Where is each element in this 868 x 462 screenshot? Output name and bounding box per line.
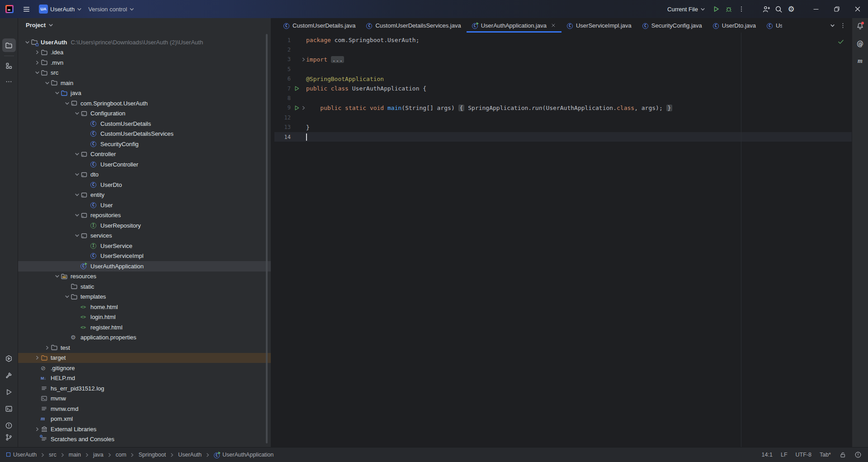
tree-item-login-html[interactable]: <>login.html [18, 312, 271, 323]
chevron-expanded-icon[interactable] [24, 40, 31, 45]
caret-position-widget[interactable]: 14:1 [762, 452, 773, 458]
tree-item-customuserdetails[interactable]: CCustomUserDetails [18, 119, 271, 129]
chevron-collapsed-icon[interactable] [33, 50, 41, 55]
panel-resize-divider[interactable] [271, 18, 274, 447]
tree-item-userdto[interactable]: CUserDto [18, 180, 271, 190]
run-gutter-icon[interactable] [293, 86, 301, 91]
tree-item-customuserdetailsservices[interactable]: CCustomUserDetailsServices [18, 129, 271, 139]
tree-item-securityconfig[interactable]: CSecurityConfig [18, 139, 271, 149]
terminal-toolwindow-button[interactable] [2, 402, 16, 415]
chevron-expanded-icon[interactable] [73, 111, 80, 116]
more-actions-button[interactable] [735, 3, 748, 15]
code-with-me-button[interactable] [760, 3, 772, 15]
tree-item-application-properties[interactable]: ⚙application.properties [18, 333, 271, 343]
tree-item-userrepository[interactable]: IUserRepository [18, 220, 271, 231]
tree-item-mvnw-cmd[interactable]: mvnw.cmd [18, 404, 271, 414]
window-restore-button[interactable] [826, 0, 847, 18]
main-menu-button[interactable] [20, 3, 33, 15]
tree-item-repositories[interactable]: repositories [18, 210, 271, 221]
tree-item-target[interactable]: target [18, 353, 271, 363]
tab-close-icon[interactable] [551, 23, 556, 28]
inspections-ok-icon[interactable] [837, 38, 844, 45]
chevron-collapsed-icon[interactable] [43, 345, 51, 350]
chevron-expanded-icon[interactable] [33, 70, 41, 75]
window-minimize-button[interactable] [806, 0, 826, 18]
tree-item-userservice[interactable]: IUserService [18, 241, 271, 251]
tree-item-dto[interactable]: dto [18, 170, 271, 180]
tree-item-com-springboot-userauth[interactable]: com.Springboot.UserAuth [18, 98, 271, 109]
chevron-expanded-icon[interactable] [53, 274, 61, 279]
maven-toolwindow-button[interactable]: m [854, 54, 867, 68]
fold-gutter-icon[interactable] [301, 105, 306, 110]
services-toolwindow-button[interactable] [2, 352, 16, 365]
project-widget[interactable]: UA UserAuth [39, 5, 82, 14]
chevron-collapsed-icon[interactable] [33, 355, 41, 360]
window-close-button[interactable] [847, 0, 868, 18]
breadcrumb-item-main[interactable]: main [69, 452, 81, 458]
tree-item-userserviceimpl[interactable]: CUserServiceImpl [18, 251, 271, 262]
tree-item-services[interactable]: services [18, 231, 271, 241]
build-toolwindow-button[interactable] [2, 368, 16, 382]
breadcrumb-item-com[interactable]: com [116, 452, 127, 458]
chevron-expanded-icon[interactable] [73, 233, 80, 238]
chevron-expanded-icon[interactable] [53, 90, 61, 95]
tree-item-mvnw[interactable]: mvnw [18, 394, 271, 404]
breadcrumb-item-userauth[interactable]: UserAuth [6, 452, 37, 458]
tree-item--gitignore[interactable]: ⊘.gitignore [18, 363, 271, 373]
tree-item-help-md[interactable]: M↓HELP.md [18, 373, 271, 384]
project-panel-header[interactable]: Project [18, 18, 271, 32]
tree-item-pom-xml[interactable]: mpom.xml [18, 414, 271, 424]
breadcrumb-item-userauth[interactable]: UserAuth [178, 452, 202, 458]
tree-item-home-html[interactable]: <>home.html [18, 302, 271, 312]
fold-gutter-icon[interactable] [301, 57, 306, 62]
run-button[interactable] [710, 3, 722, 15]
hidden-tabs-chevron-icon[interactable] [830, 23, 835, 28]
notifications-button[interactable] [854, 19, 867, 33]
tree-item-userauthapplication[interactable]: CUserAuthApplication [18, 261, 271, 271]
indent-widget[interactable]: Tab* [820, 452, 831, 458]
error-analysis-icon[interactable] [854, 451, 862, 458]
tree-item-test[interactable]: test [18, 343, 271, 353]
chevron-expanded-icon[interactable] [73, 192, 80, 197]
ai-assistant-toolwindow-button[interactable]: @ [854, 37, 867, 51]
tree-item-templates[interactable]: templates [18, 292, 271, 302]
project-folder-toolwindow-button[interactable] [2, 38, 16, 52]
settings-button[interactable]: ⚙ [785, 3, 797, 15]
search-everywhere-button[interactable] [772, 3, 785, 15]
tree-item--mvn[interactable]: .mvn [18, 57, 271, 68]
tree-item-external-libraries[interactable]: External Libraries [18, 424, 271, 434]
tree-item-register-html[interactable]: <>register.html [18, 322, 271, 333]
more-toolwindows-toolwindow-button[interactable] [2, 75, 16, 88]
tree-item-entity[interactable]: entity [18, 190, 271, 200]
tree-item-resources[interactable]: resources [18, 271, 271, 282]
chevron-expanded-icon[interactable] [63, 294, 71, 299]
debug-button[interactable] [722, 3, 735, 15]
chevron-expanded-icon[interactable] [43, 81, 51, 86]
chevron-expanded-icon[interactable] [73, 152, 80, 157]
tree-item-user[interactable]: CUser [18, 200, 271, 210]
tab-us[interactable]: CUs [761, 18, 782, 33]
version-control-toolwindow-button[interactable] [2, 430, 16, 444]
tree-item-usercontroller[interactable]: CUserController [18, 159, 271, 170]
readonly-unlock-icon[interactable] [839, 451, 846, 458]
tree-item-scratches-and-consoles[interactable]: Scratches and Consoles [18, 434, 271, 445]
tab-userauthapplication-java[interactable]: CUserAuthApplication.java [467, 18, 561, 33]
tab-userserviceimpl-java[interactable]: CUserServiceImpl.java [561, 18, 637, 33]
tab-securityconfig-java[interactable]: CSecurityConfig.java [637, 18, 708, 33]
tree-item-controller[interactable]: Controller [18, 149, 271, 160]
chevron-expanded-icon[interactable] [73, 213, 80, 218]
chevron-collapsed-icon[interactable] [33, 427, 41, 432]
vcs-widget[interactable]: Version control [88, 6, 134, 13]
tree-item-userauth[interactable]: UserAuthC:\Users\prince\Downloads\UserAu… [18, 37, 271, 48]
project-tree-scrollbar[interactable] [266, 34, 268, 443]
tab-userdto-java[interactable]: CUserDto.java [708, 18, 761, 33]
tree-item-main[interactable]: main [18, 78, 271, 88]
structure-toolwindow-button[interactable] [2, 59, 16, 72]
tree-item--idea[interactable]: .idea [18, 48, 271, 58]
breadcrumb-item-springboot[interactable]: Springboot [138, 452, 165, 458]
tree-item-configuration[interactable]: Configuration [18, 109, 271, 119]
breadcrumb-item-java[interactable]: java [93, 452, 104, 458]
tab-customuserdetailsservices-java[interactable]: CCustomUserDetailsServices.java [361, 18, 466, 33]
encoding-widget[interactable]: UTF-8 [796, 452, 811, 458]
run-configuration-selector[interactable]: Current File [667, 6, 705, 13]
